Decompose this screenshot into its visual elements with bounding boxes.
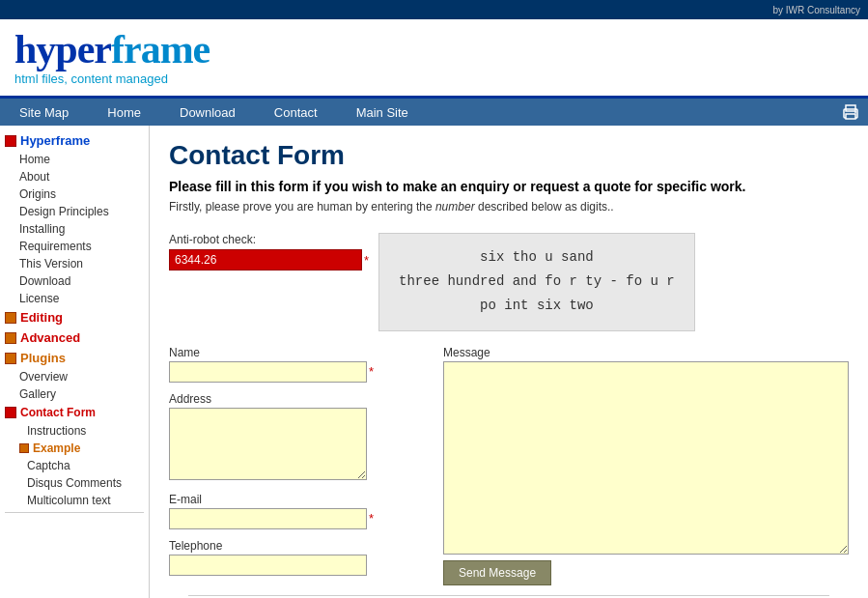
- name-input[interactable]: [169, 361, 367, 383]
- antibot-wrap: Anti-robot check: *: [169, 233, 369, 271]
- logo-tagline: html files, content managed: [14, 71, 210, 86]
- page-title: Contact Form: [169, 140, 849, 171]
- footer: Alternatively you can email us directly …: [188, 595, 829, 598]
- sidebar-example-header[interactable]: Example: [0, 440, 149, 457]
- antibot-label: Anti-robot check:: [169, 233, 369, 246]
- header: hyperframe html files, content managed: [0, 19, 868, 99]
- sidebar-editing-label: Editing: [20, 310, 63, 325]
- sidebar-example-label: Example: [33, 441, 80, 455]
- email-required: *: [369, 511, 374, 526]
- sidebar-item-captcha[interactable]: Captcha: [0, 457, 149, 474]
- sidebar-plugins-header[interactable]: Plugins: [0, 348, 149, 368]
- nav-contact[interactable]: Contact: [255, 99, 337, 126]
- desc-prefix: Firstly, please prove you are human by e…: [169, 200, 435, 214]
- sidebar-contact-form-header[interactable]: Contact Form: [0, 403, 149, 422]
- sidebar-item-thisversion[interactable]: This Version: [0, 255, 149, 272]
- sidebar-divider: [5, 512, 144, 513]
- antibot-required: *: [364, 253, 369, 268]
- nav-home[interactable]: Home: [88, 99, 160, 126]
- name-label: Name: [169, 346, 424, 359]
- captcha-box: six tho u sand three hundred and fo r ty…: [378, 233, 695, 331]
- logo-area: hyperframe html files, content managed: [14, 29, 210, 86]
- telephone-input[interactable]: [169, 555, 367, 576]
- form-left: Name * Address E-mail *: [169, 346, 424, 585]
- address-label: Address: [169, 392, 424, 406]
- antibot-section: Anti-robot check: * six tho u sand three…: [169, 233, 849, 331]
- form-description: Firstly, please prove you are human by e…: [169, 200, 849, 214]
- sidebar-contact-form-label: Contact Form: [20, 406, 96, 419]
- desc-suffix: described below as digits..: [475, 200, 614, 214]
- captcha-line3: po int six two: [399, 294, 675, 318]
- print-icon[interactable]: [841, 102, 860, 122]
- sidebar-item-license[interactable]: License: [0, 290, 149, 307]
- sidebar-item-design[interactable]: Design Principles: [0, 203, 149, 220]
- sidebar-advanced-label: Advanced: [20, 330, 80, 345]
- sidebar-plugins-label: Plugins: [20, 351, 66, 365]
- content-area: Contact Form Please fill in this form if…: [150, 126, 868, 598]
- example-bullet: [19, 443, 29, 453]
- editing-bullet: [5, 312, 16, 324]
- sidebar-hyperframe-label: Hyperframe: [20, 133, 90, 148]
- message-label: Message: [443, 346, 849, 359]
- nav-sitemap[interactable]: Site Map: [0, 99, 88, 126]
- sidebar-item-instructions[interactable]: Instructions: [0, 422, 149, 440]
- top-bar: by IWR Consultancy: [0, 0, 868, 19]
- svg-rect-2: [846, 114, 855, 119]
- telephone-group: Telephone: [169, 539, 424, 576]
- email-input[interactable]: [169, 508, 367, 529]
- email-group: E-mail *: [169, 493, 424, 529]
- logo: hyperframe: [14, 29, 210, 70]
- address-group: Address: [169, 392, 424, 483]
- top-bar-label: by IWR Consultancy: [772, 5, 860, 15]
- sidebar: Hyperframe Home About Origins Design Pri…: [0, 126, 150, 598]
- form-right: Message Send Message: [443, 346, 849, 585]
- sidebar-item-disqus[interactable]: Disqus Comments: [0, 474, 149, 492]
- desc-em: number: [435, 200, 475, 214]
- name-group: Name *: [169, 346, 424, 383]
- captcha-line1: six tho u sand: [399, 245, 675, 270]
- name-required: *: [369, 364, 374, 379]
- sidebar-header-hyperframe[interactable]: Hyperframe: [0, 130, 149, 151]
- send-button[interactable]: Send Message: [443, 560, 551, 585]
- address-input[interactable]: [169, 408, 367, 480]
- sidebar-item-about[interactable]: About: [0, 168, 149, 185]
- form-outer: Name * Address E-mail *: [169, 346, 849, 585]
- sidebar-item-home[interactable]: Home: [0, 151, 149, 168]
- sidebar-advanced-header[interactable]: Advanced: [0, 327, 149, 348]
- nav-mainsite[interactable]: Main Site: [337, 99, 428, 126]
- sidebar-item-multicolumn[interactable]: Multicolumn text: [0, 492, 149, 509]
- sidebar-item-installing[interactable]: Installing: [0, 220, 149, 238]
- sidebar-item-origins[interactable]: Origins: [0, 185, 149, 203]
- sidebar-item-download[interactable]: Download: [0, 272, 149, 290]
- svg-rect-1: [846, 105, 855, 111]
- sidebar-item-requirements[interactable]: Requirements: [0, 238, 149, 255]
- advanced-bullet: [5, 332, 16, 344]
- contact-form-bullet: [5, 407, 16, 418]
- sidebar-editing-header[interactable]: Editing: [0, 307, 149, 327]
- form-subtitle: Please fill in this form if you wish to …: [169, 179, 849, 194]
- navbar: Site Map Home Download Contact Main Site: [0, 99, 868, 126]
- sidebar-item-gallery[interactable]: Gallery: [0, 385, 149, 403]
- email-label: E-mail: [169, 493, 424, 506]
- antibot-input[interactable]: [169, 249, 362, 271]
- svg-point-3: [854, 111, 856, 113]
- hyperframe-bullet: [5, 135, 16, 147]
- telephone-label: Telephone: [169, 539, 424, 553]
- sidebar-item-overview[interactable]: Overview: [0, 368, 149, 385]
- plugins-bullet: [5, 353, 16, 364]
- nav-download[interactable]: Download: [160, 99, 255, 126]
- main-layout: Hyperframe Home About Origins Design Pri…: [0, 126, 868, 598]
- captcha-line2: three hundred and fo r ty - fo u r: [399, 270, 675, 294]
- message-input[interactable]: [443, 361, 849, 555]
